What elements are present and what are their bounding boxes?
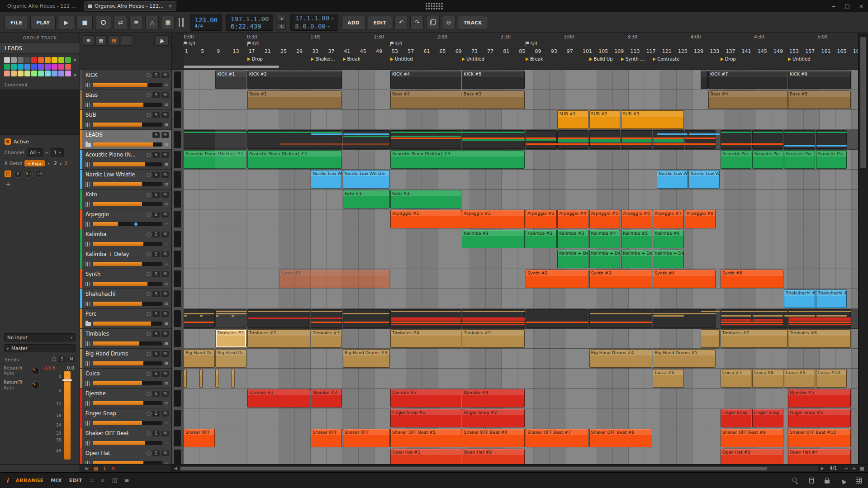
clip-timbales-1[interactable]: Timbales #1 <box>215 329 247 348</box>
solo-button[interactable]: S <box>152 72 160 78</box>
clip-kick-9[interactable]: KICK #9 <box>788 71 851 89</box>
cue-marker-untitled[interactable]: Untitled <box>390 56 413 62</box>
solo-button[interactable]: S <box>152 92 160 98</box>
record-arm-button[interactable] <box>147 73 151 77</box>
track-header-synth[interactable]: SynthSM≡ <box>80 269 171 289</box>
group-clip-segment[interactable] <box>247 130 342 149</box>
color-swatch[interactable] <box>24 71 30 76</box>
grid-view-icon[interactable]: ▦ <box>95 35 107 46</box>
clip-nordic-low-whistle[interactable]: Nordic Low Whistle <box>343 170 390 189</box>
volume-slider[interactable] <box>93 461 162 464</box>
clip-kalimba-3[interactable]: Kalimba #3 <box>557 230 588 248</box>
clip-bass-2[interactable]: Bass #2 <box>390 90 461 109</box>
clip-cuica-6[interactable]: Cuica #6 <box>653 369 684 388</box>
arranger-row-open-hat[interactable]: Open Hat #1Open Hat #2Open Hat #3Open Ha… <box>172 448 868 464</box>
active-icon[interactable] <box>5 138 11 145</box>
group-clip-segment[interactable] <box>390 130 461 149</box>
clip-shaker-off[interactable]: Shaker OFF <box>343 429 390 447</box>
arranger-row-shakuhachi[interactable]: Shakuhachi #Shakuhachi # <box>172 289 868 309</box>
group-clip-segment[interactable] <box>685 130 716 149</box>
track-menu-icon[interactable]: ≡ <box>165 281 169 286</box>
volume-slider[interactable] <box>93 103 162 107</box>
mute-button[interactable]: M <box>161 172 169 178</box>
clip-big-hand-dr[interactable]: Big Hand Dr <box>215 349 247 368</box>
scrollbar-thumb[interactable] <box>860 37 866 168</box>
solo-button[interactable]: S <box>152 271 160 277</box>
record-arm-button[interactable] <box>147 93 151 97</box>
record-arm-button[interactable] <box>147 312 151 316</box>
clip-cuica[interactable] <box>215 369 218 388</box>
group-clip-segment[interactable] <box>215 309 247 328</box>
clip-timbales-2[interactable]: Timbales #2 <box>247 329 310 348</box>
clip-shaker-off-beat-6[interactable]: Shaker OFF Beat #6 <box>462 429 525 447</box>
arranger-rows[interactable]: KICK #1KICK #2KICK #4KICK #5KICK #7KICK … <box>172 70 868 464</box>
clip-nordic-low-w[interactable]: Nordic Low W <box>688 170 720 189</box>
fader-db-value[interactable]: -13.6 <box>43 365 55 370</box>
clip-finger-snap[interactable]: Finger Snap <box>752 409 783 427</box>
loop-icon[interactable]: ↻ <box>278 23 286 30</box>
clip-cuica-10[interactable]: Cuica #10 <box>816 369 847 388</box>
clip-open-hat-1[interactable]: Open Hat #1 <box>390 449 461 464</box>
copy-icon[interactable] <box>426 16 440 29</box>
arranger-row-shaker-off-beat[interactable]: Shaker OFFShaker OFFShaker OFFShaker OFF… <box>172 428 868 448</box>
ruler-range-bar[interactable] <box>184 66 279 68</box>
channel-all-dropdown[interactable]: All▾ <box>27 148 43 156</box>
record-arm-button[interactable] <box>147 352 151 356</box>
volume-slider[interactable] <box>93 202 162 206</box>
color-swatch[interactable] <box>11 57 17 63</box>
list-view-icon[interactable]: ▤ <box>108 35 119 46</box>
tempo-display[interactable]: 123.00 4/4 <box>190 14 222 31</box>
punch-icon[interactable]: ▸ <box>278 15 286 22</box>
mute-button[interactable]: M <box>161 371 169 377</box>
clip-timbales-4[interactable]: Timbales #4 <box>390 329 461 348</box>
color-swatch[interactable] <box>45 57 51 63</box>
undo-icon[interactable]: ↶ <box>394 16 408 29</box>
solo-button[interactable]: S <box>152 212 160 218</box>
clip-djembe-1[interactable]: Djembe #1 <box>247 389 310 407</box>
group-clip-segment[interactable] <box>184 130 247 149</box>
clip-synth-2[interactable]: Synth #2 <box>526 270 588 288</box>
corner-grid-icon[interactable]: ▦ <box>860 466 864 471</box>
track-header-shaker-off-beat[interactable]: Shaker OFF BeatSM≡ <box>80 428 171 448</box>
clip-nordic-low-w[interactable]: Nordic Low W <box>657 170 688 189</box>
expression-icon[interactable] <box>5 171 11 177</box>
volume-slider[interactable] <box>93 242 162 246</box>
scroll-left-button[interactable]: ◀ <box>172 466 179 470</box>
record-arm-button[interactable] <box>147 272 151 276</box>
zoom-out-icon[interactable]: − <box>844 466 848 471</box>
clip-acoustic-pia[interactable]: Acoustic Pia <box>752 150 783 169</box>
record-arm-button[interactable] <box>147 332 151 336</box>
link-icon[interactable]: ∞ <box>100 477 105 483</box>
group-clip-segment[interactable] <box>343 309 390 328</box>
send-mode[interactable]: Auto <box>4 371 29 376</box>
track-menu-icon[interactable]: ≡ <box>165 301 169 306</box>
arranger-row-sub[interactable]: SUB #1SUB #2SUB #3 <box>172 110 868 130</box>
track-menu-icon[interactable]: ≡ <box>165 162 169 167</box>
group-clip-segment[interactable] <box>752 130 783 149</box>
clip-finger-snap-2[interactable]: Finger Snap #2 <box>462 409 525 427</box>
clip-kick-7[interactable]: KICK #7 <box>708 71 787 89</box>
send-mode[interactable]: Auto <box>4 385 29 391</box>
mute-button[interactable]: M <box>161 450 169 456</box>
arranger-row-timbales[interactable]: Timbales #1Timbales #2Timbales #3Timbale… <box>172 329 868 349</box>
clip-koto-1[interactable]: Koto #1 <box>343 190 390 208</box>
cue-marker-shaker[interactable]: Shaker... <box>311 56 335 62</box>
clip-big-hand-drums-5[interactable]: Big Hand Drums #5 <box>653 349 716 368</box>
clip-bass-4[interactable]: Bass #4 <box>708 90 787 109</box>
send-knob[interactable] <box>32 367 40 375</box>
time-signature-marker[interactable]: 4/4 <box>247 41 259 46</box>
color-swatch[interactable] <box>4 64 10 70</box>
handles-icon[interactable]: ∷ <box>90 477 93 483</box>
project-tab-inactive[interactable]: Organic Afro House - 122 ... <box>5 3 79 9</box>
record-arm-button[interactable] <box>147 113 151 117</box>
loop-length-mod-icon[interactable]: ~ <box>327 24 330 29</box>
clip-acoustic-pia[interactable]: Acoustic Pia <box>721 150 752 169</box>
clip-acoustic-pia[interactable]: Acoustic Pia <box>784 150 815 169</box>
mute-button[interactable]: M <box>161 351 169 357</box>
group-clip-segment[interactable] <box>653 309 716 328</box>
clip-kalimba-de[interactable]: Kalimba + De <box>653 250 684 268</box>
mpe-from-zero-icon[interactable]: 0→ <box>24 170 33 178</box>
arranger-row-arpeggio[interactable]: Arpeggio #1Arpeggio #2Arpeggio #3Arpeggi… <box>172 209 868 229</box>
mute-button[interactable]: M <box>161 291 169 297</box>
clip-kalimba-de[interactable]: Kalimba + De <box>621 250 652 268</box>
